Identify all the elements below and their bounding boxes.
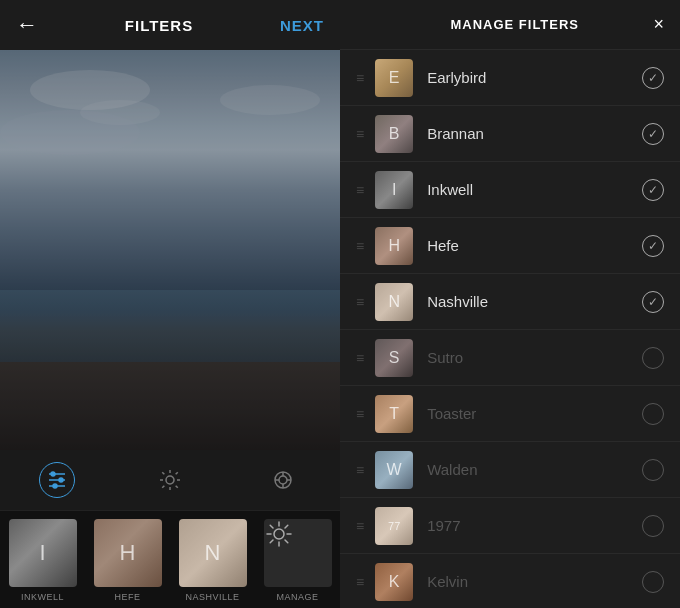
filter-name-inkwell: Inkwell [427,181,642,198]
photo-overlay [0,50,340,450]
filter-toggle-kelvin[interactable] [642,571,664,593]
filter-toggle-sutro[interactable] [642,347,664,369]
filter-name-earlybird: Earlybird [427,69,642,86]
right-header: MANAGE FILTERS × [340,0,680,50]
svg-point-4 [59,478,63,482]
filter-thumb-walden: W [375,451,413,489]
filter-toggle-nashville[interactable]: ✓ [642,291,664,313]
filter-thumb-nashville[interactable]: N NASHVILLE [170,519,255,608]
svg-point-3 [51,472,55,476]
filter-thumb-toaster: T [375,395,413,433]
filter-item-1977[interactable]: ≡ 77 1977 [340,498,680,554]
filter-strip: I INKWELL H HEFE N NASHVILLE MANAGE [0,510,340,608]
filter-item-inkwell[interactable]: ≡ I Inkwell ✓ [340,162,680,218]
filter-toggle-inkwell[interactable]: ✓ [642,179,664,201]
close-button[interactable]: × [653,14,664,35]
photo-background [0,50,340,450]
filter-item-earlybird[interactable]: ≡ E Earlybird ✓ [340,50,680,106]
filter-name-sutro: Sutro [427,349,642,366]
filter-name-toaster: Toaster [427,405,642,422]
filter-name-kelvin: Kelvin [427,573,642,590]
filter-thumb-1977: 77 [375,507,413,545]
filter-label-nashville: NASHVILLE [185,592,239,602]
filter-preview-hefe: H [94,519,162,587]
adjust-tool-button[interactable] [152,462,188,498]
filter-thumb-manage[interactable]: MANAGE [255,519,340,608]
filter-thumb-hefe: H [375,227,413,265]
filter-item-sutro[interactable]: ≡ S Sutro [340,330,680,386]
svg-line-14 [176,472,178,474]
manage-filters-title: MANAGE FILTERS [450,17,579,32]
filter-toggle-brannan[interactable]: ✓ [642,123,664,145]
filter-thumb-kelvin: K [375,563,413,601]
drag-handle: ≡ [356,575,363,589]
filter-thumb-hefe[interactable]: H HEFE [85,519,170,608]
filter-item-toaster[interactable]: ≡ T Toaster [340,386,680,442]
filters-title: FILTERS [125,17,193,34]
drag-handle: ≡ [356,351,363,365]
svg-point-6 [166,476,174,484]
filter-thumb-inkwell[interactable]: I INKWELL [0,519,85,608]
filter-item-nashville[interactable]: ≡ N Nashville ✓ [340,274,680,330]
photo-toolbar [0,450,340,510]
drag-handle: ≡ [356,407,363,421]
drag-handle: ≡ [356,183,363,197]
drag-handle: ≡ [356,295,363,309]
drag-handle: ≡ [356,519,363,533]
drag-handle: ≡ [356,71,363,85]
right-panel: MANAGE FILTERS × ≡ E Earlybird ✓ ≡ B Bra… [340,0,680,608]
filter-preview-manage [264,519,332,587]
filter-label-hefe: HEFE [114,592,140,602]
filter-name-1977: 1977 [427,517,642,534]
filter-thumb-sutro: S [375,339,413,377]
filter-item-hefe[interactable]: ≡ H Hefe ✓ [340,218,680,274]
filter-name-walden: Walden [427,461,642,478]
filter-thumb-nashville: N [375,283,413,321]
filter-toggle-walden[interactable] [642,459,664,481]
filter-name-nashville: Nashville [427,293,642,310]
retouch-tool-button[interactable] [265,462,301,498]
filter-item-kelvin[interactable]: ≡ K Kelvin [340,554,680,608]
drag-handle: ≡ [356,463,363,477]
filter-preview-nashville: N [179,519,247,587]
svg-line-11 [162,472,164,474]
filter-thumb-earlybird: E [375,59,413,97]
filter-toggle-earlybird[interactable]: ✓ [642,67,664,89]
filter-tool-button[interactable] [39,462,75,498]
filter-list: ≡ E Earlybird ✓ ≡ B Brannan ✓ ≡ I Inkwel… [340,50,680,608]
filter-toggle-1977[interactable] [642,515,664,537]
filter-item-brannan[interactable]: ≡ B Brannan ✓ [340,106,680,162]
left-panel: ← FILTERS NEXT [0,0,340,608]
drag-handle: ≡ [356,127,363,141]
filter-label-manage: MANAGE [276,592,318,602]
filter-label-inkwell: INKWELL [21,592,64,602]
left-header: ← FILTERS NEXT [0,0,340,50]
filter-item-walden[interactable]: ≡ W Walden [340,442,680,498]
filter-toggle-hefe[interactable]: ✓ [642,235,664,257]
svg-point-21 [274,529,284,539]
filter-preview-inkwell: I [9,519,77,587]
filter-thumb-brannan: B [375,115,413,153]
photo-preview [0,50,340,450]
filter-name-hefe: Hefe [427,237,642,254]
back-button[interactable]: ← [16,12,38,38]
svg-line-12 [176,486,178,488]
drag-handle: ≡ [356,239,363,253]
next-button[interactable]: NEXT [280,17,324,34]
filter-toggle-toaster[interactable] [642,403,664,425]
svg-line-13 [162,486,164,488]
svg-point-5 [53,484,57,488]
svg-point-16 [279,476,287,484]
filter-thumb-inkwell: I [375,171,413,209]
filter-name-brannan: Brannan [427,125,642,142]
